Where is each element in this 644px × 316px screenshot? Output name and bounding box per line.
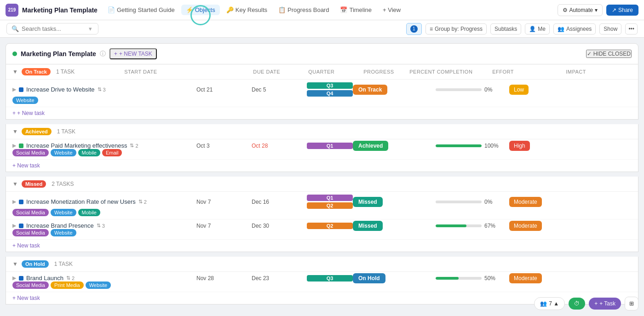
group-icon: ≡ [430,26,433,32]
progress-badge: Missed [353,221,383,231]
new-task-row[interactable]: + New task [6,160,638,172]
add-task-button[interactable]: + + Task [589,298,621,310]
section-gap-2 [6,172,638,177]
badge-on-hold: On Hold [22,260,49,268]
progress-badge: Achieved [353,141,388,151]
impact-tag-website: Website [12,97,38,104]
start-date: Nov 7 [196,223,252,229]
task-subtasks[interactable]: ⇅ 2 [66,275,75,281]
task-color-indicator [19,276,23,281]
effort-cell: Low [509,86,632,93]
impact-tag-socialmedia: Social Media [12,209,49,216]
chevron-on-hold[interactable]: ▼ [12,261,18,267]
info-icon[interactable]: ⓘ [100,50,106,58]
assignees-button[interactable]: 👥 Assignees [553,23,596,34]
expand-icon[interactable]: ▶ [12,199,16,205]
expand-icon[interactable]: ▶ [12,275,16,281]
task-name-cell: ▶ Increase Paid Marketing effectiveness … [12,142,196,149]
new-task-button[interactable]: + + NEW TASK [109,48,157,59]
quarter-cell: Q1 Q2 [307,195,353,209]
group-by-button[interactable]: ≡ Group by: Progress [426,23,487,34]
tab-progress-board[interactable]: 📋 Progress Board [274,5,334,15]
quarter-cell: Q3 Q4 [307,82,353,97]
me-button[interactable]: 👤 Me [525,23,550,34]
expand-icon[interactable]: ▶ [12,86,16,92]
task-subtasks[interactable]: ⇅ 3 [97,223,105,229]
subtask-icon: ⇅ [138,199,143,205]
table-row: ▶ Increase Monetization Rate of new User… [6,192,638,219]
impact-tag-socialmedia: Social Media [12,282,49,289]
task-color-indicator [19,144,23,148]
subtasks-button[interactable]: Subtasks [490,23,521,34]
new-task-row[interactable]: + + New task [6,107,638,119]
effort-badge: Moderate [509,197,542,207]
progress-bar-bg [436,201,482,203]
progress-bar-fill [436,144,482,147]
progress-bar-fill [436,277,459,280]
percent-label: 67% [484,223,495,229]
tab-getting-started[interactable]: 📄 Getting Started Guide [103,5,179,15]
percent-label: 100% [484,143,499,149]
expand-icon[interactable]: ▶ [12,223,16,229]
impact-tag-mobile: Mobile [78,209,100,216]
share-button[interactable]: ↗ Share [606,5,638,16]
task-name: Increase Monetization Rate of new Users [26,198,136,205]
percent-label: 50% [484,275,495,282]
progress-bar-bg [436,277,482,280]
plan-status-dot [12,52,17,56]
task-count-missed: 2 TASKS [52,181,74,187]
effort-badge: Low [509,85,529,95]
tab-key-results[interactable]: 🔑 Key Results [222,5,272,15]
new-task-row[interactable]: + New task [6,240,638,252]
section-gap-3 [6,252,638,257]
share-icon: ↗ [612,7,616,13]
grid-view-button[interactable]: ⊞ [625,297,638,310]
effort-cell: High [509,142,632,149]
assignees-count-button[interactable]: 👥 7 ▲ [534,297,565,310]
timer-button[interactable]: ⏱ [569,298,585,310]
plan-header: Marketing Plan Template ⓘ + + NEW TASK ✓… [6,43,638,64]
due-date: Dec 5 [252,86,307,93]
subtask-icon: ⇅ [98,86,102,92]
start-date: Nov 28 [196,275,252,282]
progress-cell: On Hold [353,275,436,282]
filter-button[interactable]: 1 [406,23,422,35]
expand-icon[interactable]: ▶ [12,143,16,149]
timer-icon: ⏱ [574,300,580,307]
tab-timeline[interactable]: 📅 Timeline [335,5,376,15]
tab-objects[interactable]: ⚡ Objects [181,5,220,15]
task-name: Increase Drive to Website [26,86,95,93]
search-box[interactable]: 🔍 ▾ [6,23,98,34]
impact-tag-email: Email [102,149,122,156]
more-button[interactable]: ••• [625,23,638,34]
dropdown-icon[interactable]: ▾ [89,25,92,32]
quarter-tag-q1: Q1 [307,143,353,149]
task-name: Increase Brand Presence [26,222,94,229]
percent-cell: 67% [436,223,509,229]
automate-button[interactable]: ⚙ Automate ▾ [558,4,603,16]
effort-cell: Moderate [509,222,632,229]
task-subtasks[interactable]: ⇅ 2 [130,143,138,149]
progress-cell: Missed [353,198,436,205]
objects-icon: ⚡ [186,6,193,13]
quarter-tag-q1: Q1 [307,195,353,201]
search-input[interactable] [22,25,86,32]
chevron-missed[interactable]: ▼ [12,181,18,187]
impact-tag-website: Website [86,282,111,289]
task-subtasks[interactable]: ⇅ 3 [98,86,106,92]
start-date: Oct 3 [196,143,252,149]
progress-bar-bg [436,88,482,91]
quarter-cell: Q3 [307,275,353,282]
impact-tag-website: Website [51,209,76,216]
badge-on-track: On Track [22,68,51,75]
tab-view[interactable]: + View [378,5,405,15]
task-count-on-hold: 1 TASK [54,261,73,267]
chevron-on-track[interactable]: ▼ [12,69,18,75]
section-header-missed: ▼ Missed 2 TASKS [6,177,638,192]
task-subtasks[interactable]: ⇅ 2 [138,199,147,205]
show-button[interactable]: Show [599,23,621,34]
chevron-achieved[interactable]: ▼ [12,128,18,135]
hide-closed-button[interactable]: ✓ HIDE CLOSED [586,50,632,58]
plus-icon: + New task [12,162,40,169]
plan-title: Marketing Plan Template [21,50,96,57]
